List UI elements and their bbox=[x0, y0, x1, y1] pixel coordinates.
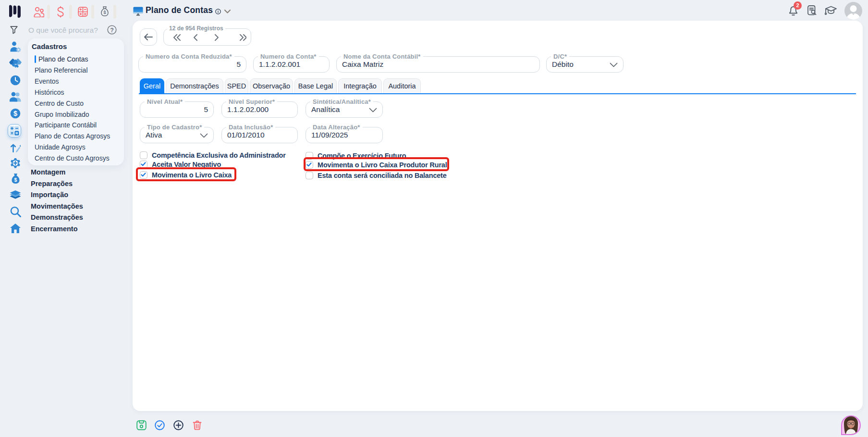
svg-text:?: ? bbox=[110, 27, 114, 34]
svg-text:$: $ bbox=[13, 110, 17, 117]
svg-text:$: $ bbox=[14, 177, 17, 183]
